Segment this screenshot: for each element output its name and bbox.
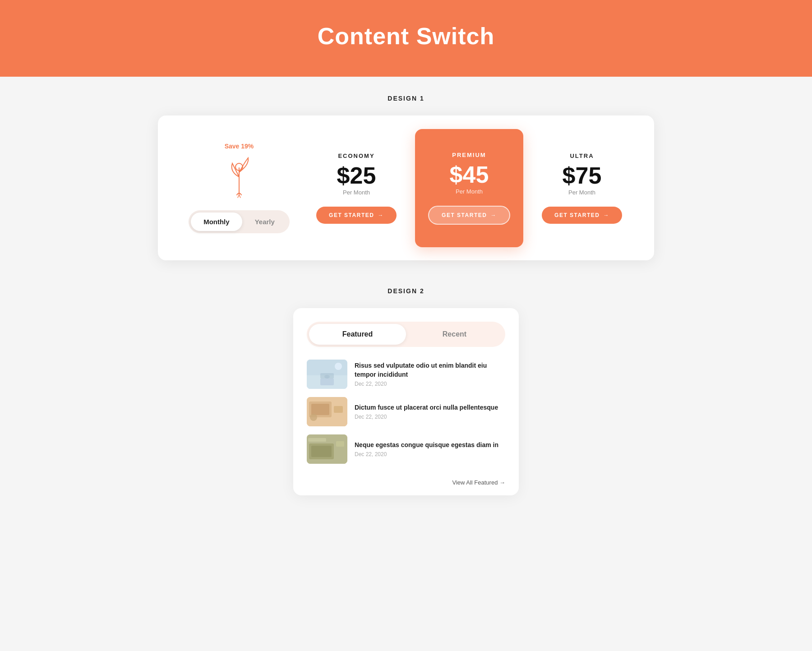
article-list: Risus sed vulputate odio ut enim blandit…	[307, 360, 505, 464]
svg-rect-14	[336, 441, 344, 447]
design1-section: DESIGN 1 Save 19% Monthly Yearly	[9, 95, 803, 260]
content-toggle[interactable]: Featured Recent	[307, 322, 505, 347]
svg-rect-13	[311, 446, 332, 457]
ultra-btn-label: GET STARTED	[554, 212, 600, 218]
article-item: Neque egestas congue quisque egestas dia…	[307, 434, 505, 464]
svg-rect-8	[311, 404, 329, 415]
article-thumbnail-2	[307, 397, 347, 426]
economy-plan-period: Per Month	[343, 189, 370, 196]
billing-toggle[interactable]: Monthly Yearly	[189, 210, 290, 233]
article-date-2: Dec 22, 2020	[355, 414, 505, 420]
article-info-3: Neque egestas congue quisque egestas dia…	[355, 441, 505, 458]
svg-point-5	[335, 363, 342, 370]
economy-btn-label: GET STARTED	[329, 212, 374, 218]
billing-toggle-section: Save 19% Monthly Yearly	[176, 134, 302, 242]
decorative-plant-icon	[221, 154, 257, 199]
monthly-toggle-btn[interactable]: Monthly	[191, 212, 242, 231]
svg-rect-15	[308, 438, 326, 442]
article-date-1: Dec 22, 2020	[355, 381, 505, 387]
featured-tab-btn[interactable]: Featured	[309, 324, 406, 345]
ultra-plan-price: $75	[563, 164, 602, 187]
article-title-2: Dictum fusce ut placerat orci nulla pell…	[355, 403, 505, 412]
article-title-1: Risus sed vulputate odio ut enim blandit…	[355, 361, 505, 379]
save-badge: Save 19%	[225, 143, 254, 150]
article-item: Risus sed vulputate odio ut enim blandit…	[307, 360, 505, 389]
economy-get-started-btn[interactable]: GET STARTED →	[316, 207, 397, 224]
premium-plan-name: PREMIUM	[452, 152, 486, 158]
economy-plan-name: ECONOMY	[338, 152, 374, 159]
ultra-btn-arrow: →	[603, 212, 609, 218]
premium-get-started-btn[interactable]: GET STARTED →	[428, 206, 510, 225]
ultra-plan: ULTRA $75 Per Month GET STARTED →	[528, 139, 636, 237]
recent-tab-btn[interactable]: Recent	[406, 324, 503, 345]
svg-point-10	[310, 414, 317, 421]
article-thumbnail-1	[307, 360, 347, 389]
article-title-3: Neque egestas congue quisque egestas dia…	[355, 441, 505, 450]
main-content: DESIGN 1 Save 19% Monthly Yearly	[0, 77, 812, 540]
svg-rect-9	[334, 406, 343, 413]
economy-btn-arrow: →	[378, 212, 384, 218]
economy-plan: ECONOMY $25 Per Month GET STARTED →	[302, 139, 411, 237]
premium-plan: PREMIUM $45 Per Month GET STARTED →	[415, 129, 523, 247]
premium-btn-label: GET STARTED	[442, 212, 487, 218]
svg-rect-4	[320, 373, 334, 379]
design2-card: Featured Recent	[293, 308, 519, 495]
design2-label: DESIGN 2	[9, 287, 803, 295]
article-thumbnail-3	[307, 434, 347, 464]
design1-card: Save 19% Monthly Yearly ECONOMY	[158, 115, 654, 260]
premium-plan-price: $45	[450, 163, 489, 186]
view-all-row: View All Featured →	[307, 473, 505, 486]
page-header: Content Switch	[0, 0, 812, 77]
article-date-3: Dec 22, 2020	[355, 451, 505, 457]
premium-plan-period: Per Month	[456, 188, 483, 195]
page-title: Content Switch	[9, 23, 803, 50]
ultra-get-started-btn[interactable]: GET STARTED →	[542, 207, 622, 224]
article-info-1: Risus sed vulputate odio ut enim blandit…	[355, 361, 505, 387]
ultra-plan-period: Per Month	[568, 189, 595, 196]
article-item: Dictum fusce ut placerat orci nulla pell…	[307, 397, 505, 426]
ultra-plan-name: ULTRA	[570, 152, 594, 159]
design2-section: DESIGN 2 Featured Recent	[9, 287, 803, 495]
design1-label: DESIGN 1	[9, 95, 803, 102]
premium-btn-arrow: →	[490, 212, 497, 218]
view-all-featured-link[interactable]: View All Featured →	[452, 479, 505, 486]
yearly-toggle-btn[interactable]: Yearly	[242, 212, 287, 231]
article-info-2: Dictum fusce ut placerat orci nulla pell…	[355, 403, 505, 420]
economy-plan-price: $25	[337, 164, 376, 187]
